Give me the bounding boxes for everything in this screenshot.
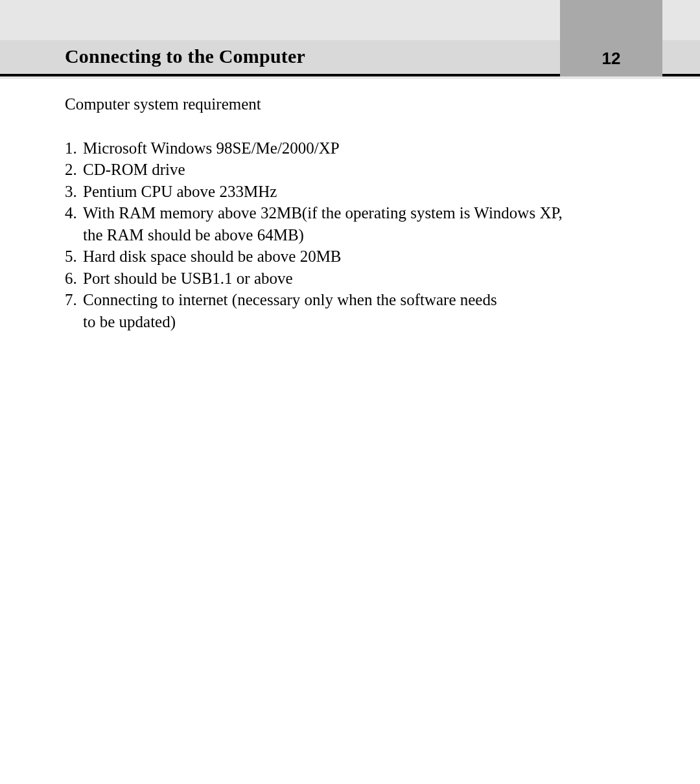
manual-page: Connecting to the Computer 12 Computer s… <box>0 0 700 784</box>
list-item: 1. Microsoft Windows 98SE/Me/2000/XP <box>65 137 635 159</box>
item-number: 7. <box>65 289 83 332</box>
item-line-cont: to be updated) <box>83 311 635 333</box>
content-area: Computer system requirement 1. Microsoft… <box>0 79 700 784</box>
item-number: 6. <box>65 268 83 290</box>
list-item: 3. Pentium CPU above 233MHz <box>65 181 635 203</box>
item-text: Connecting to internet (necessary only w… <box>83 289 635 332</box>
item-line-cont: the RAM should be above 64MB) <box>83 224 635 246</box>
list-item: 4. With RAM memory above 32MB(if the ope… <box>65 202 635 246</box>
item-line: CD-ROM drive <box>83 161 185 178</box>
item-number: 3. <box>65 181 83 203</box>
list-item: 5. Hard disk space should be above 20MB <box>65 246 635 268</box>
item-line: With RAM memory above 32MB(if the operat… <box>83 204 563 222</box>
item-text: Microsoft Windows 98SE/Me/2000/XP <box>83 137 635 159</box>
item-line: Port should be USB1.1 or above <box>83 270 293 287</box>
item-number: 5. <box>65 246 83 268</box>
page-title: Connecting to the Computer <box>65 45 305 67</box>
item-number: 2. <box>65 159 83 181</box>
item-text: Port should be USB1.1 or above <box>83 268 635 290</box>
item-line: Connecting to internet (necessary only w… <box>83 291 497 308</box>
item-line: Pentium CPU above 233MHz <box>83 183 277 200</box>
page-number-box: 12 <box>560 40 662 76</box>
list-item: 7. Connecting to internet (necessary onl… <box>65 289 635 332</box>
item-number: 1. <box>65 137 83 159</box>
item-number: 4. <box>65 202 83 246</box>
item-text: Hard disk space should be above 20MB <box>83 246 635 268</box>
header-band: Connecting to the Computer 12 <box>0 40 700 76</box>
requirements-list: 1. Microsoft Windows 98SE/Me/2000/XP 2. … <box>65 137 635 333</box>
intro-text: Computer system requirement <box>65 93 635 115</box>
page-number: 12 <box>602 49 621 69</box>
item-line: Hard disk space should be above 20MB <box>83 248 342 265</box>
item-text: CD-ROM drive <box>83 159 635 181</box>
item-text: Pentium CPU above 233MHz <box>83 181 635 203</box>
item-line: Microsoft Windows 98SE/Me/2000/XP <box>83 139 340 157</box>
header-tab <box>560 0 662 40</box>
list-item: 6. Port should be USB1.1 or above <box>65 268 635 290</box>
list-item: 2. CD-ROM drive <box>65 159 635 181</box>
item-text: With RAM memory above 32MB(if the operat… <box>83 202 635 246</box>
